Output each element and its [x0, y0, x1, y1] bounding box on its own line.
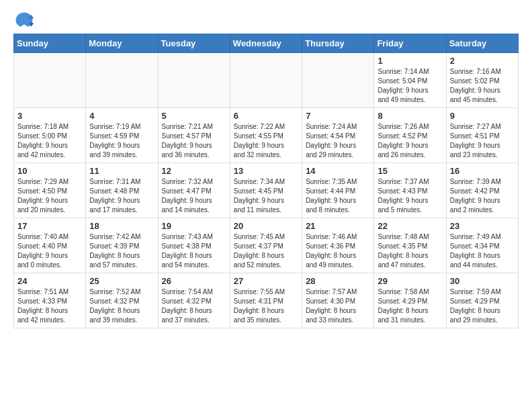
- calendar-header-monday: Monday: [86, 34, 158, 53]
- day-info: Sunrise: 7:59 AM Sunset: 4:29 PM Dayligh…: [450, 287, 515, 325]
- calendar-cell: [158, 53, 230, 108]
- calendar-cell: 8Sunrise: 7:26 AM Sunset: 4:52 PM Daylig…: [374, 108, 446, 163]
- calendar-cell: [14, 53, 86, 108]
- day-info: Sunrise: 7:32 AM Sunset: 4:47 PM Dayligh…: [162, 177, 226, 215]
- day-info: Sunrise: 7:57 AM Sunset: 4:30 PM Dayligh…: [306, 287, 370, 325]
- header: [13, 11, 519, 30]
- calendar-cell: 17Sunrise: 7:40 AM Sunset: 4:40 PM Dayli…: [14, 218, 86, 273]
- calendar-cell: 22Sunrise: 7:48 AM Sunset: 4:35 PM Dayli…: [374, 218, 446, 273]
- day-info: Sunrise: 7:35 AM Sunset: 4:44 PM Dayligh…: [306, 177, 370, 215]
- calendar-cell: 14Sunrise: 7:35 AM Sunset: 4:44 PM Dayli…: [302, 163, 374, 218]
- day-info: Sunrise: 7:26 AM Sunset: 4:52 PM Dayligh…: [378, 122, 442, 160]
- calendar-header-row: SundayMondayTuesdayWednesdayThursdayFrid…: [14, 34, 519, 53]
- day-info: Sunrise: 7:54 AM Sunset: 4:32 PM Dayligh…: [162, 287, 226, 325]
- day-number: 13: [234, 166, 298, 176]
- day-number: 10: [17, 166, 82, 176]
- calendar-cell: 10Sunrise: 7:29 AM Sunset: 4:50 PM Dayli…: [14, 163, 86, 218]
- day-number: 22: [378, 221, 442, 231]
- day-info: Sunrise: 7:27 AM Sunset: 4:51 PM Dayligh…: [450, 122, 515, 160]
- day-info: Sunrise: 7:39 AM Sunset: 4:42 PM Dayligh…: [450, 177, 515, 215]
- calendar-cell: 1Sunrise: 7:14 AM Sunset: 5:04 PM Daylig…: [374, 53, 446, 108]
- day-number: 25: [89, 276, 154, 286]
- calendar-cell: 2Sunrise: 7:16 AM Sunset: 5:02 PM Daylig…: [446, 53, 518, 108]
- day-number: 19: [162, 221, 226, 231]
- day-info: Sunrise: 7:37 AM Sunset: 4:43 PM Dayligh…: [378, 177, 442, 215]
- page-container: SundayMondayTuesdayWednesdayThursdayFrid…: [0, 0, 532, 335]
- day-number: 2: [450, 56, 515, 66]
- day-info: Sunrise: 7:34 AM Sunset: 4:45 PM Dayligh…: [234, 177, 298, 215]
- calendar-cell: 30Sunrise: 7:59 AM Sunset: 4:29 PM Dayli…: [446, 273, 518, 328]
- day-info: Sunrise: 7:29 AM Sunset: 4:50 PM Dayligh…: [17, 177, 82, 215]
- calendar-table: SundayMondayTuesdayWednesdayThursdayFrid…: [13, 34, 519, 328]
- calendar-week-row: 1Sunrise: 7:14 AM Sunset: 5:04 PM Daylig…: [14, 53, 519, 108]
- day-number: 14: [306, 166, 370, 176]
- day-info: Sunrise: 7:21 AM Sunset: 4:57 PM Dayligh…: [162, 122, 226, 160]
- day-info: Sunrise: 7:42 AM Sunset: 4:39 PM Dayligh…: [89, 232, 154, 270]
- day-info: Sunrise: 7:46 AM Sunset: 4:36 PM Dayligh…: [306, 232, 370, 270]
- day-info: Sunrise: 7:22 AM Sunset: 4:55 PM Dayligh…: [234, 122, 298, 160]
- day-number: 15: [378, 166, 442, 176]
- calendar-cell: 7Sunrise: 7:24 AM Sunset: 4:54 PM Daylig…: [302, 108, 374, 163]
- day-number: 12: [162, 166, 226, 176]
- day-number: 4: [89, 111, 154, 121]
- day-number: 6: [234, 111, 298, 121]
- calendar-week-row: 3Sunrise: 7:18 AM Sunset: 5:00 PM Daylig…: [14, 108, 519, 163]
- day-info: Sunrise: 7:19 AM Sunset: 4:59 PM Dayligh…: [89, 122, 154, 160]
- calendar-cell: [302, 53, 374, 108]
- calendar-cell: 26Sunrise: 7:54 AM Sunset: 4:32 PM Dayli…: [158, 273, 230, 328]
- day-info: Sunrise: 7:18 AM Sunset: 5:00 PM Dayligh…: [17, 122, 82, 160]
- day-number: 7: [306, 111, 370, 121]
- day-info: Sunrise: 7:49 AM Sunset: 4:34 PM Dayligh…: [450, 232, 515, 270]
- calendar-cell: 3Sunrise: 7:18 AM Sunset: 5:00 PM Daylig…: [14, 108, 86, 163]
- calendar-cell: [86, 53, 158, 108]
- calendar-cell: 28Sunrise: 7:57 AM Sunset: 4:30 PM Dayli…: [302, 273, 374, 328]
- calendar-cell: 12Sunrise: 7:32 AM Sunset: 4:47 PM Dayli…: [158, 163, 230, 218]
- day-info: Sunrise: 7:24 AM Sunset: 4:54 PM Dayligh…: [306, 122, 370, 160]
- calendar-cell: 29Sunrise: 7:58 AM Sunset: 4:29 PM Dayli…: [374, 273, 446, 328]
- day-number: 30: [450, 276, 515, 286]
- calendar-week-row: 24Sunrise: 7:51 AM Sunset: 4:33 PM Dayli…: [14, 273, 519, 328]
- day-info: Sunrise: 7:52 AM Sunset: 4:32 PM Dayligh…: [89, 287, 154, 325]
- day-number: 29: [378, 276, 442, 286]
- day-number: 23: [450, 221, 515, 231]
- calendar-week-row: 17Sunrise: 7:40 AM Sunset: 4:40 PM Dayli…: [14, 218, 519, 273]
- day-number: 17: [17, 221, 82, 231]
- calendar-header-saturday: Saturday: [446, 34, 518, 53]
- calendar-cell: 9Sunrise: 7:27 AM Sunset: 4:51 PM Daylig…: [446, 108, 518, 163]
- calendar-cell: 25Sunrise: 7:52 AM Sunset: 4:32 PM Dayli…: [86, 273, 158, 328]
- logo-icon: [13, 11, 35, 30]
- day-number: 8: [378, 111, 442, 121]
- calendar-cell: 13Sunrise: 7:34 AM Sunset: 4:45 PM Dayli…: [230, 163, 302, 218]
- day-info: Sunrise: 7:31 AM Sunset: 4:48 PM Dayligh…: [89, 177, 154, 215]
- calendar-cell: 19Sunrise: 7:43 AM Sunset: 4:38 PM Dayli…: [158, 218, 230, 273]
- day-info: Sunrise: 7:48 AM Sunset: 4:35 PM Dayligh…: [378, 232, 442, 270]
- calendar-cell: 4Sunrise: 7:19 AM Sunset: 4:59 PM Daylig…: [86, 108, 158, 163]
- day-number: 20: [234, 221, 298, 231]
- calendar-cell: 6Sunrise: 7:22 AM Sunset: 4:55 PM Daylig…: [230, 108, 302, 163]
- day-number: 24: [17, 276, 82, 286]
- day-number: 5: [162, 111, 226, 121]
- day-number: 9: [450, 111, 515, 121]
- calendar-cell: 18Sunrise: 7:42 AM Sunset: 4:39 PM Dayli…: [86, 218, 158, 273]
- day-number: 16: [450, 166, 515, 176]
- calendar-cell: 23Sunrise: 7:49 AM Sunset: 4:34 PM Dayli…: [446, 218, 518, 273]
- day-number: 27: [234, 276, 298, 286]
- day-number: 1: [378, 56, 442, 66]
- day-info: Sunrise: 7:14 AM Sunset: 5:04 PM Dayligh…: [378, 67, 442, 105]
- calendar-week-row: 10Sunrise: 7:29 AM Sunset: 4:50 PM Dayli…: [14, 163, 519, 218]
- calendar-cell: 5Sunrise: 7:21 AM Sunset: 4:57 PM Daylig…: [158, 108, 230, 163]
- day-number: 11: [89, 166, 154, 176]
- day-info: Sunrise: 7:40 AM Sunset: 4:40 PM Dayligh…: [17, 232, 82, 270]
- day-number: 3: [17, 111, 82, 121]
- calendar-cell: 24Sunrise: 7:51 AM Sunset: 4:33 PM Dayli…: [14, 273, 86, 328]
- calendar-cell: 16Sunrise: 7:39 AM Sunset: 4:42 PM Dayli…: [446, 163, 518, 218]
- calendar-header-wednesday: Wednesday: [230, 34, 302, 53]
- calendar-cell: 11Sunrise: 7:31 AM Sunset: 4:48 PM Dayli…: [86, 163, 158, 218]
- calendar-cell: 15Sunrise: 7:37 AM Sunset: 4:43 PM Dayli…: [374, 163, 446, 218]
- day-number: 26: [162, 276, 226, 286]
- day-number: 21: [306, 221, 370, 231]
- calendar-header-friday: Friday: [374, 34, 446, 53]
- day-info: Sunrise: 7:16 AM Sunset: 5:02 PM Dayligh…: [450, 67, 515, 105]
- day-info: Sunrise: 7:58 AM Sunset: 4:29 PM Dayligh…: [378, 287, 442, 325]
- day-number: 28: [306, 276, 370, 286]
